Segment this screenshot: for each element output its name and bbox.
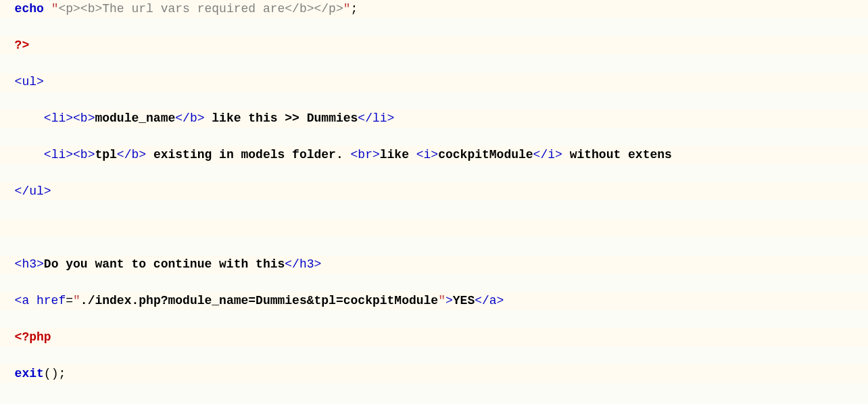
html-tag: <ul> <box>15 75 44 89</box>
string-content: <p><b>The url vars required are</b></p> <box>58 2 343 16</box>
indent <box>15 148 44 161</box>
code-line <box>0 401 868 404</box>
html-tag: <br> <box>351 148 380 161</box>
string-quote: " <box>438 294 445 307</box>
code-line: echo "<p><b>The url vars required are</b… <box>0 0 868 18</box>
code-line: exit(); <box>0 365 868 383</box>
keyword-exit: exit <box>15 367 44 380</box>
code-line: <a href="./index.php?module_name=Dummies… <box>0 292 868 310</box>
code-line: <li><b>tpl</b> existing in models folder… <box>0 146 868 164</box>
html-tag: > <box>445 294 453 307</box>
code-line: <ul> <box>0 73 868 91</box>
text: without extens <box>562 148 672 161</box>
text: tpl <box>95 148 116 161</box>
link-text: YES <box>453 294 475 307</box>
html-tag: </i> <box>533 148 562 161</box>
text: module_name <box>95 111 175 125</box>
text: Do you want to continue with this <box>44 257 285 271</box>
text: cockpitModule <box>438 148 533 161</box>
html-tag: </a> <box>475 294 504 307</box>
code-line: </ul> <box>0 182 868 201</box>
text: existing in models folder. <box>146 148 350 161</box>
html-attr: href <box>29 294 66 307</box>
keyword-echo: echo <box>15 2 44 16</box>
html-tag: <h3> <box>15 257 44 271</box>
html-tag: </h3> <box>285 257 321 271</box>
code-line <box>0 219 868 237</box>
indent <box>15 111 44 125</box>
html-tag: <li><b> <box>44 111 95 125</box>
parens: (); <box>44 367 66 380</box>
code-line: <?php <box>0 328 868 347</box>
href-value: ./index.php?module_name=Dummies&tpl=cock… <box>80 294 438 307</box>
code-line: ?> <box>0 36 868 55</box>
code-line: <h3>Do you want to continue with this</h… <box>0 255 868 274</box>
html-tag: <li><b> <box>44 148 95 161</box>
html-tag: </li> <box>358 111 394 125</box>
semicolon: ; <box>351 2 358 16</box>
string-quote: " <box>73 294 80 307</box>
php-close-tag: ?> <box>15 39 30 52</box>
html-tag: </ul> <box>15 184 51 198</box>
html-tag: <a <box>15 294 30 307</box>
text: like this >> Dummies <box>205 111 358 125</box>
html-tag: </b> <box>175 111 204 125</box>
code-line: <li><b>module_name</b> like this >> Dumm… <box>0 109 868 128</box>
string-quote: " <box>51 2 59 16</box>
html-tag: </b> <box>117 148 146 161</box>
equals: = <box>66 294 73 307</box>
php-open-tag: <?php <box>15 330 51 344</box>
text: like <box>380 148 416 161</box>
string-quote: " <box>343 2 351 16</box>
html-tag: <i> <box>416 148 438 161</box>
code-editor[interactable]: echo "<p><b>The url vars required are</b… <box>0 0 868 404</box>
